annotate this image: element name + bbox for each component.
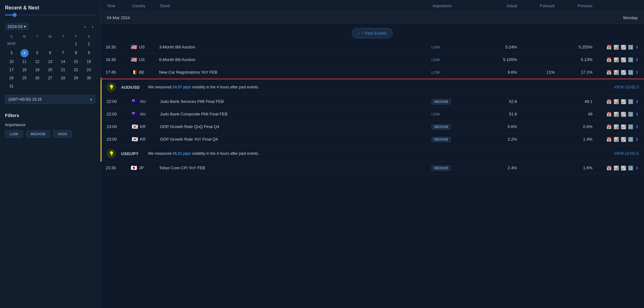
ev8-time: 23:30: [106, 165, 131, 170]
imp-medium-button[interactable]: MEDIUM: [26, 130, 50, 138]
cal-month-label: MAR: [5, 40, 18, 47]
bar-chart-icon-ev2[interactable]: 📊: [613, 57, 619, 62]
area-chart-icon-ev5[interactable]: 📈: [621, 112, 626, 117]
chart-icon-ev6[interactable]: 🔢: [628, 124, 633, 129]
cal-day-2[interactable]: 2: [82, 40, 95, 48]
cal-hdr-f: F: [69, 34, 82, 39]
area-chart-icon-ev1[interactable]: 📈: [621, 45, 626, 50]
cal-day-9[interactable]: 9: [82, 49, 95, 57]
bar-chart-icon-ev4[interactable]: 📊: [613, 99, 619, 104]
cal-hdr-w: W: [44, 34, 57, 39]
bar-chart-icon-ev5[interactable]: 📊: [613, 112, 619, 117]
volt-link-2[interactable]: VIEW LEVELS: [614, 151, 639, 156]
ev4-previous: 49.1: [557, 99, 595, 104]
events-container[interactable]: ↑ ↑ Past Events 16:30 🇺🇸 US 3-Month Bill…: [101, 24, 644, 308]
bar-chart-icon-ev1[interactable]: 📊: [613, 45, 619, 50]
chart-icon-ev7[interactable]: 🔢: [628, 137, 633, 142]
event-row-7: 23:00 🇰🇷 KR GDP Growth Rate YoY Final Q4…: [101, 133, 644, 146]
calendar-icon-ev7[interactable]: 📅: [606, 137, 612, 142]
sort-icon-ev3[interactable]: ⬍: [635, 70, 639, 75]
cal-day-31[interactable]: 31: [5, 82, 18, 90]
cal-day-16[interactable]: 16: [82, 58, 95, 65]
area-chart-icon-ev2[interactable]: 📈: [621, 57, 626, 62]
th-previous: Previous: [557, 4, 595, 8]
cal-day-29[interactable]: 29: [69, 74, 82, 82]
cal-day-28[interactable]: 28: [57, 74, 69, 82]
cal-day-12[interactable]: 12: [31, 58, 44, 65]
cal-day-1[interactable]: 1: [69, 40, 82, 48]
calendar-icon-ev6[interactable]: 📅: [606, 124, 612, 129]
cal-day-7[interactable]: 7: [57, 49, 69, 57]
area-chart-icon-ev6[interactable]: 📈: [621, 124, 626, 129]
cal-day-18[interactable]: 18: [18, 66, 31, 74]
cal-day-27[interactable]: 27: [44, 74, 57, 82]
cal-day-11[interactable]: 11: [18, 58, 31, 65]
area-chart-icon-ev4[interactable]: 📈: [621, 99, 626, 104]
imp-low-button[interactable]: LOW: [5, 130, 23, 138]
slider-thumb[interactable]: [13, 13, 17, 17]
calendar-icon-ev2[interactable]: 📅: [606, 57, 612, 62]
chart-icon-ev5[interactable]: 🔢: [628, 112, 633, 117]
calendar-icon-ev1[interactable]: 📅: [606, 45, 612, 50]
cal-day-21[interactable]: 21: [57, 66, 69, 74]
cal-day-20[interactable]: 20: [44, 66, 57, 74]
chart-icon-ev1[interactable]: 🔢: [628, 45, 633, 50]
cal-day-13[interactable]: 13: [44, 58, 57, 65]
cal-day-25[interactable]: 25: [18, 74, 31, 82]
cal-day-8[interactable]: 8: [69, 49, 82, 57]
date-row: 04 Mar 2024 Monday: [101, 12, 644, 24]
slider-track[interactable]: [5, 14, 95, 15]
cal-day-4-today[interactable]: 4: [20, 49, 29, 57]
sort-icon-ev4[interactable]: ⬍: [635, 99, 639, 104]
area-chart-icon-ev8[interactable]: 📈: [621, 165, 626, 171]
ev3-forecast: 11%: [519, 70, 557, 75]
bar-chart-icon-ev3[interactable]: 📊: [613, 70, 619, 75]
timezone-select[interactable]: (GMT+00:00) 18:18: [5, 95, 95, 104]
cal-hdr-t2: T: [57, 34, 69, 39]
calendar-month-button[interactable]: 2024-03 ▾: [5, 23, 29, 30]
bar-chart-icon-ev6[interactable]: 📊: [613, 124, 619, 129]
calendar-icon-ev8[interactable]: 📅: [606, 165, 612, 171]
ev3-time: 17:45: [106, 70, 131, 75]
volt-text-1: We measured 24.57 pips volatility in the…: [148, 85, 259, 89]
prev-month-button[interactable]: ‹: [82, 24, 88, 30]
bar-chart-icon-ev8[interactable]: 📊: [613, 165, 619, 171]
bar-chart-icon-ev7[interactable]: 📊: [613, 137, 619, 142]
sort-icon-ev5[interactable]: ⬍: [635, 112, 639, 117]
chart-icon-ev3[interactable]: 🔢: [628, 70, 633, 75]
sort-icon-ev1[interactable]: ⬍: [635, 45, 639, 50]
event-row-3: 17:45 🇧🇪 BE New Car Registrations YoY FE…: [101, 66, 644, 79]
cal-day-26[interactable]: 26: [31, 74, 44, 82]
sort-icon-ev7[interactable]: ⬍: [635, 137, 639, 142]
cal-row-2: 3 4 5 6 7 8 9: [5, 49, 95, 57]
ev4-country: 🇦🇺 AU: [132, 98, 160, 104]
cal-day-17[interactable]: 17: [5, 66, 18, 74]
past-events-button[interactable]: ↑ ↑ Past Events: [352, 28, 393, 38]
calendar-icon-ev3[interactable]: 📅: [606, 70, 612, 75]
cal-day-30[interactable]: 30: [82, 74, 95, 82]
cal-day-5[interactable]: 5: [31, 49, 44, 57]
sort-icon-ev6[interactable]: ⬍: [635, 124, 639, 129]
cal-day-24[interactable]: 24: [5, 74, 18, 82]
sort-icon-ev2[interactable]: ⬍: [635, 57, 639, 62]
cal-day-3[interactable]: 3: [5, 49, 18, 57]
cal-day-19[interactable]: 19: [31, 66, 44, 74]
cal-day-15[interactable]: 15: [69, 58, 82, 65]
cal-day-6[interactable]: 6: [44, 49, 57, 57]
event-row-1: 16:30 🇺🇸 US 3-Month Bill Auction LOW 5.2…: [101, 41, 644, 53]
sort-icon-ev8[interactable]: ⬍: [635, 165, 639, 171]
area-chart-icon-ev3[interactable]: 📈: [621, 70, 626, 75]
chart-icon-ev8[interactable]: 🔢: [628, 165, 633, 171]
cal-day-14[interactable]: 14: [57, 58, 69, 65]
cal-day-23[interactable]: 23: [82, 66, 95, 74]
area-chart-icon-ev7[interactable]: 📈: [621, 137, 626, 142]
calendar-icon-ev4[interactable]: 📅: [606, 99, 612, 104]
cal-day-10[interactable]: 10: [5, 58, 18, 65]
calendar-icon-ev5[interactable]: 📅: [606, 112, 612, 117]
volt-link-1[interactable]: VIEW LEVELS: [614, 85, 639, 89]
next-month-button[interactable]: ›: [90, 24, 95, 30]
imp-high-button[interactable]: HIGH: [53, 130, 72, 138]
cal-day-22[interactable]: 22: [69, 66, 82, 74]
chart-icon-ev4[interactable]: 🔢: [628, 99, 633, 104]
chart-icon-ev2[interactable]: 🔢: [628, 57, 633, 62]
